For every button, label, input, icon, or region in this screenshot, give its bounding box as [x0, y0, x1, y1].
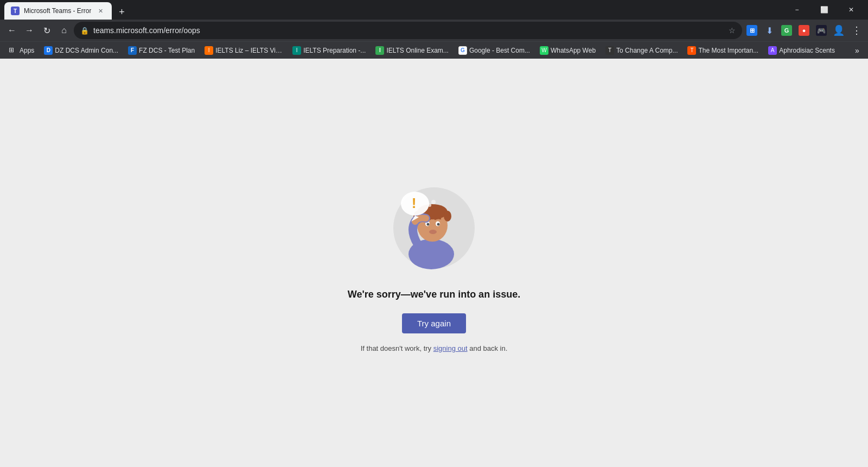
bookmark-whatsapp[interactable]: W WhatsApp Web — [535, 44, 600, 57]
close-button[interactable]: ✕ — [839, 1, 864, 18]
svg-point-14 — [431, 200, 436, 204]
svg-point-13 — [428, 204, 431, 207]
menu-icon: ⋮ — [852, 24, 861, 36]
aphrodisiac-icon: A — [768, 46, 777, 55]
svg-point-9 — [427, 223, 430, 225]
bookmark-ielts-online-label: IELTS Online Exam... — [386, 47, 449, 54]
profile-button[interactable]: 👤 — [831, 23, 846, 38]
active-tab[interactable]: T Microsoft Teams - Error ✕ — [4, 2, 112, 20]
bookmark-most-important[interactable]: T The Most Importan... — [683, 44, 763, 57]
bookmark-apps[interactable]: ⊞ Apps — [4, 44, 39, 57]
menu-button[interactable]: ⋮ — [848, 23, 864, 38]
try-again-button[interactable]: Try again — [402, 313, 466, 333]
lock-icon: 🔒 — [80, 27, 89, 35]
back-button[interactable]: ← — [4, 23, 20, 38]
dz-dcs-admin-icon: D — [44, 46, 53, 55]
whatsapp-icon: W — [540, 46, 548, 55]
bookmark-ielts-prep[interactable]: I IELTS Preparation -... — [288, 44, 370, 57]
tab-close-button[interactable]: ✕ — [95, 6, 105, 16]
address-bar[interactable]: 🔒 teams.microsoft.com/error/oops ☆ — [74, 22, 742, 39]
download-icon-btn[interactable]: ⬇ — [762, 23, 777, 38]
refresh-button[interactable]: ↻ — [39, 23, 54, 38]
ielts-online-icon: I — [375, 46, 384, 55]
new-tab-button[interactable]: + — [114, 4, 129, 20]
svg-point-6 — [444, 211, 451, 222]
grid-icon-btn[interactable]: ⊞ — [744, 23, 760, 38]
bookmark-aphrodisiac[interactable]: A Aphrodisiac Scents — [764, 44, 839, 57]
download-icon: ⬇ — [766, 26, 773, 36]
red-icon-btn[interactable]: ● — [796, 23, 812, 38]
bookmark-ielts-liz-label: IELTS Liz – IELTS Vid... — [215, 47, 283, 54]
sign-out-prefix: If that doesn't work, try — [361, 344, 433, 352]
svg-point-11 — [429, 230, 437, 234]
grid-extension-icon: ⊞ — [746, 25, 757, 36]
error-illustration: ! — [385, 174, 483, 272]
bookmark-fz-dcs[interactable]: F FZ DCS - Test Plan — [124, 44, 199, 57]
tab-favicon: T — [11, 7, 20, 15]
to-change-icon: T — [605, 46, 614, 55]
bookmark-ielts-prep-label: IELTS Preparation -... — [303, 47, 366, 54]
bookmark-star-icon[interactable]: ☆ — [729, 26, 736, 35]
url-text: teams.microsoft.com/error/oops — [93, 26, 724, 35]
bookmark-to-change-label: To Change A Comp... — [616, 47, 678, 54]
window-controls: − ⬜ ✕ — [784, 1, 864, 18]
toolbar: ← → ↻ ⌂ 🔒 teams.microsoft.com/error/oops… — [0, 20, 868, 41]
bookmark-google[interactable]: G Google - Best Com... — [454, 44, 534, 57]
most-important-icon: T — [687, 46, 696, 55]
gaming-extension-icon: 🎮 — [816, 25, 827, 36]
maximize-button[interactable]: ⬜ — [812, 1, 837, 18]
tab-strip: T Microsoft Teams - Error ✕ + — [4, 0, 784, 20]
bookmarks-more-button[interactable]: » — [851, 44, 864, 57]
bookmark-google-label: Google - Best Com... — [469, 47, 530, 54]
bookmark-to-change[interactable]: T To Change A Comp... — [601, 44, 682, 57]
bookmarks-bar: ⊞ Apps D DZ DCS Admin Con... F FZ DCS - … — [0, 41, 868, 59]
sign-out-link[interactable]: signing out — [433, 344, 468, 352]
svg-text:!: ! — [412, 195, 417, 211]
google-icon: G — [458, 46, 467, 55]
tab-title: Microsoft Teams - Error — [24, 7, 91, 15]
bookmark-ielts-liz[interactable]: I IELTS Liz – IELTS Vid... — [200, 44, 287, 57]
bookmark-ielts-online[interactable]: I IELTS Online Exam... — [371, 44, 453, 57]
red-extension-icon: ● — [799, 25, 809, 36]
title-bar: T Microsoft Teams - Error ✕ + − ⬜ ✕ — [0, 0, 868, 20]
ielts-liz-icon: I — [205, 46, 213, 55]
fz-dcs-icon: F — [128, 46, 137, 55]
bookmark-most-important-label: The Most Importan... — [698, 47, 758, 54]
google-extension-icon: G — [781, 25, 792, 36]
bookmark-fz-dcs-label: FZ DCS - Test Plan — [139, 47, 195, 54]
bookmark-dz-dcs-admin[interactable]: D DZ DCS Admin Con... — [40, 44, 123, 57]
error-heading: We're sorry—we've run into an issue. — [348, 289, 520, 300]
svg-point-10 — [437, 223, 440, 225]
gaming-icon-btn[interactable]: 🎮 — [814, 23, 829, 38]
minimize-button[interactable]: − — [784, 1, 809, 18]
sign-out-suffix: and back in. — [468, 344, 508, 352]
page-content: ! We're sorry—we've run into an issue. T… — [0, 59, 868, 467]
toolbar-icons: ⊞ ⬇ G ● 🎮 👤 ⋮ — [744, 23, 864, 38]
apps-grid-icon: ⊞ — [9, 46, 17, 55]
sign-out-text: If that doesn't work, try signing out an… — [361, 344, 508, 352]
bookmark-aphrodisiac-label: Aphrodisiac Scents — [779, 47, 835, 54]
forward-button[interactable]: → — [22, 23, 37, 38]
bookmark-dz-dcs-admin-label: DZ DCS Admin Con... — [55, 47, 118, 54]
profile-icon: 👤 — [833, 24, 845, 36]
ielts-prep-icon: I — [292, 46, 301, 55]
bookmark-whatsapp-label: WhatsApp Web — [551, 47, 596, 54]
home-button[interactable]: ⌂ — [56, 23, 72, 38]
bookmark-apps-label: Apps — [20, 47, 34, 54]
google-icon-btn[interactable]: G — [779, 23, 794, 38]
